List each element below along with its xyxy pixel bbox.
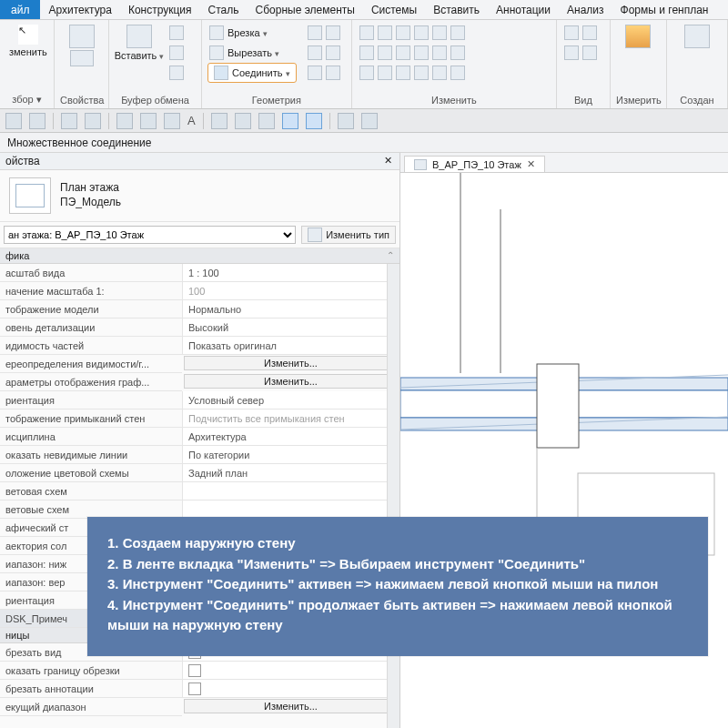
qat-icon[interactable] <box>306 113 322 129</box>
type-thumbnail[interactable] <box>9 177 51 214</box>
prop-name: оложение цветовой схемы <box>0 464 182 482</box>
menu-annotations[interactable]: Аннотации <box>488 0 559 19</box>
menu-file[interactable]: айл <box>0 0 40 19</box>
cope-button[interactable]: Врезка <box>207 23 297 43</box>
properties-icon <box>69 25 95 48</box>
close-icon[interactable]: ✕ <box>381 155 394 167</box>
join-button[interactable]: Соединить <box>207 63 297 83</box>
prop-name: ветовые схем <box>0 500 182 519</box>
ext-icon[interactable] <box>450 25 465 40</box>
menu-architecture[interactable]: Архитектура <box>40 0 120 19</box>
close-icon[interactable]: ✕ <box>527 158 535 170</box>
view-icon-b[interactable] <box>582 46 597 60</box>
mod-icon-c[interactable] <box>396 66 410 80</box>
mod-icon-d[interactable] <box>414 66 429 80</box>
menu-analysis[interactable]: Анализ <box>559 0 612 19</box>
menu-systems[interactable]: Системы <box>363 0 425 19</box>
geom-icon-2[interactable] <box>326 25 340 40</box>
geom-icon-4[interactable] <box>326 46 340 60</box>
edit-type-icon <box>308 228 322 242</box>
qat-icon[interactable] <box>140 113 157 129</box>
menu-insert[interactable]: Вставить <box>425 0 488 19</box>
measure-button[interactable] <box>616 23 661 50</box>
create-button[interactable] <box>672 23 722 50</box>
create-icon <box>684 25 710 48</box>
prop-value[interactable]: 1 : 100 <box>182 264 399 282</box>
properties-button[interactable] <box>60 23 103 68</box>
mod-icon-e[interactable] <box>432 66 447 80</box>
step-1: 1. Создаем наружную стену <box>107 533 688 554</box>
qat-icon[interactable] <box>282 113 298 129</box>
match-button[interactable] <box>167 63 186 83</box>
view-icon-a[interactable] <box>564 46 579 60</box>
mod-icon-f[interactable] <box>450 66 465 80</box>
mod-icon-b[interactable] <box>378 66 392 80</box>
rotate-icon[interactable] <box>396 46 410 60</box>
copy-button[interactable] <box>167 43 186 63</box>
group-properties: Свойства <box>60 93 103 108</box>
trim-icon[interactable] <box>432 25 447 40</box>
geom-icon-1[interactable] <box>308 25 322 40</box>
prop-edit-button[interactable]: Изменить... <box>184 356 398 370</box>
isolate-icon[interactable] <box>582 25 597 40</box>
pin-icon[interactable] <box>450 46 465 60</box>
array-icon[interactable] <box>414 46 429 60</box>
align-icon[interactable] <box>359 25 374 40</box>
view-tab[interactable]: В_АР_ПЭ_10 Этаж ✕ <box>404 156 545 172</box>
move-icon[interactable] <box>359 46 374 60</box>
qat-icon[interactable] <box>85 113 101 129</box>
prop-edit-button[interactable]: Изменить... <box>184 699 398 713</box>
type-properties-icon <box>70 50 94 66</box>
menu-precast[interactable]: Сборные элементы <box>248 0 363 19</box>
prop-name: оказать границу обрезки <box>0 662 182 680</box>
cut-geom-button[interactable]: Вырезать <box>207 43 297 63</box>
menu-construction[interactable]: Конструкция <box>120 0 200 19</box>
qat-icon[interactable] <box>5 113 22 129</box>
qat-icon[interactable] <box>235 113 251 129</box>
prop-checkbox[interactable] <box>182 662 399 680</box>
qat-icon[interactable] <box>116 113 133 129</box>
qat-icon[interactable] <box>211 113 228 129</box>
qat-icon[interactable] <box>258 113 275 129</box>
qat-icon[interactable] <box>61 113 77 129</box>
group-graphics[interactable]: фика <box>0 248 399 264</box>
group-measure: Измерить <box>616 93 661 108</box>
modify-button[interactable]: ↖ зменить <box>5 23 51 59</box>
mirror-icon[interactable] <box>396 25 410 40</box>
prop-edit-button[interactable]: Изменить... <box>184 374 398 389</box>
join-icon <box>214 66 228 80</box>
copy2-icon[interactable] <box>378 46 392 60</box>
properties-title: ойства <box>5 155 40 167</box>
scrollbar[interactable] <box>387 264 399 728</box>
offset-icon[interactable] <box>378 25 392 40</box>
split-icon[interactable] <box>414 25 429 40</box>
qat-icon[interactable] <box>361 113 378 129</box>
scale-icon[interactable] <box>432 46 447 60</box>
quick-access-bar: A <box>0 109 728 133</box>
hide-icon[interactable] <box>564 25 579 40</box>
group-view: Вид <box>562 93 604 108</box>
copy-icon <box>169 46 184 60</box>
prop-checkbox[interactable] <box>182 680 399 698</box>
geom-icon-5[interactable] <box>308 66 322 80</box>
menu-steel[interactable]: Сталь <box>200 0 248 19</box>
qat-icon[interactable] <box>164 113 180 129</box>
geom-icon-3[interactable] <box>308 46 322 60</box>
prop-name: тображение модели <box>0 300 182 318</box>
group-select: збор ▾ <box>5 92 48 108</box>
group-create: Создан <box>672 93 722 108</box>
qat-icon[interactable] <box>29 113 46 129</box>
mod-icon-a[interactable] <box>359 66 374 80</box>
prop-value <box>182 482 399 500</box>
prop-value: Нормально <box>182 300 399 318</box>
paste-button[interactable]: Вставить <box>115 23 164 63</box>
edit-type-button[interactable]: Изменить тип <box>301 226 396 244</box>
prop-name: тображение примыканий стен <box>0 410 182 428</box>
cut-button[interactable] <box>167 23 186 43</box>
instance-selector[interactable]: ан этажа: В_АР_ПЭ_10 Этаж <box>4 226 296 244</box>
menu-massing[interactable]: Формы и генплан <box>612 0 717 19</box>
view-icon <box>414 159 427 170</box>
qat-icon[interactable] <box>338 113 354 129</box>
prop-value: Задний план <box>182 464 399 482</box>
geom-icon-6[interactable] <box>326 66 340 80</box>
